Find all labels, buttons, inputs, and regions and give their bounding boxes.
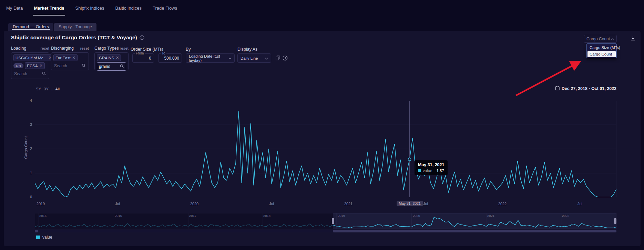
navigator-year: 2022 (562, 214, 569, 218)
navigator-year: 2016 (115, 214, 122, 218)
x-axis-label: Jul (423, 202, 428, 206)
filter-cargo-types: Cargo Types reset GRAINS✕ (94, 46, 129, 70)
nav-item-my-data[interactable]: My Data (6, 4, 23, 16)
remove-tag-icon[interactable]: ✕ (40, 63, 43, 68)
or-badge: OR (13, 63, 23, 68)
loading-tag-ecsa[interactable]: ECSA✕ (25, 62, 45, 69)
metric-dropdown-button[interactable]: Cargo Count (584, 35, 617, 43)
brush-handle-left[interactable] (332, 218, 334, 224)
top-navigation: My Data Market Trends Shipfix Indices Ba… (6, 4, 178, 16)
metric-dropdown-menu: Cargo Size (MTs) Cargo Count (586, 43, 617, 58)
main-line-chart[interactable] (35, 101, 616, 197)
to-label: To (161, 51, 166, 55)
crosshair-axis-chip: May 31, 2021 (397, 201, 423, 206)
nav-item-market-trends[interactable]: Market Trends (33, 4, 65, 16)
loading-reset-button[interactable]: reset (40, 46, 49, 50)
discharging-search-input[interactable] (54, 63, 76, 68)
chart-tooltip: May 31, 2021 value 1.57 (415, 160, 448, 175)
order-size-from-wrap: From (132, 53, 154, 63)
cargo-types-reset-button[interactable]: reset (120, 46, 129, 50)
loading-label: Loading (11, 46, 27, 51)
navigator-chart[interactable] (35, 213, 616, 229)
display-as-select[interactable]: Daily Line (237, 53, 271, 63)
menu-option-cargo-size[interactable]: Cargo Size (MTs) (587, 44, 616, 51)
order-size-label: Order Size (MTs) (131, 47, 163, 52)
y-tick: 3 (24, 122, 32, 127)
filter-loading: Loading reset USG/Gulf of Me...✕ OR ECSA… (11, 46, 49, 79)
range-buttons: 5Y 3Y | All (36, 87, 60, 91)
discharging-label: Discharging (51, 46, 74, 51)
range-3y-button[interactable]: 3Y (44, 87, 49, 91)
metric-dropdown-label: Cargo Count (586, 37, 610, 41)
x-axis-label: 2020 (190, 202, 198, 206)
navigator-year: 2015 (39, 214, 47, 218)
navigator-scrollbar-stub[interactable] (35, 230, 38, 232)
by-select[interactable]: Loading Date (1st layday) (186, 53, 235, 63)
range-all-button[interactable]: All (55, 87, 60, 91)
download-button[interactable] (630, 35, 636, 42)
cargo-types-search-input[interactable] (99, 64, 118, 69)
loading-tag-usg[interactable]: USG/Gulf of Me...✕ (13, 54, 54, 61)
filter-display-as: Display As (237, 46, 257, 52)
cargo-types-label: Cargo Types (94, 46, 119, 51)
chevron-down-icon (265, 56, 268, 60)
copy-icon[interactable] (275, 54, 281, 62)
navigator-year: 2017 (189, 214, 196, 218)
brush-handle-right[interactable] (614, 218, 616, 224)
range-5y-button[interactable]: 5Y (36, 87, 41, 91)
range-separator: | (51, 87, 52, 91)
tooltip-value: 1.57 (437, 169, 444, 173)
navigator-year: 2018 (263, 214, 270, 218)
nav-item-trade-flows[interactable]: Trade Flows (152, 4, 178, 16)
display-as-select-value: Daily Line (241, 56, 258, 60)
display-as-label: Display As (237, 47, 257, 52)
search-icon (120, 63, 124, 70)
legend-swatch (36, 236, 40, 239)
loading-tag-ecsa-label: ECSA (27, 64, 38, 68)
search-icon (42, 71, 46, 77)
discharging-tag-far-east[interactable]: Far East✕ (53, 54, 78, 61)
nav-item-baltic-indices[interactable]: Baltic Indices (114, 4, 142, 16)
tooltip-series-name: value (423, 169, 432, 173)
menu-option-cargo-count[interactable]: Cargo Count (587, 51, 616, 57)
x-axis-label: 2022 (498, 202, 507, 206)
navigator-year: 2019 (338, 214, 345, 218)
x-axis-label: Jul (577, 202, 582, 206)
date-range-display[interactable]: Dec 27, 2018 - Oct 01, 2022 (555, 86, 616, 91)
navigator-year: 2021 (487, 214, 494, 218)
remove-tag-icon[interactable]: ✕ (116, 56, 119, 60)
panel-title: Shipfix coverage of Cargo Orders (TCT & … (11, 34, 144, 41)
x-axis-label: 2021 (344, 202, 352, 206)
chevron-up-icon (611, 37, 614, 41)
filter-by: By (186, 46, 191, 52)
app-window: My Data Market Trends Shipfix Indices Ba… (0, 0, 644, 250)
from-label: From (135, 51, 145, 55)
legend-series-label: value (42, 235, 52, 240)
tab-supply-tonnage[interactable]: Supply - Tonnage (54, 23, 96, 31)
nav-item-shipfix-indices[interactable]: Shipfix Indices (75, 4, 105, 16)
main-panel: Shipfix coverage of Cargo Orders (TCT & … (4, 31, 641, 246)
search-icon (82, 63, 86, 69)
page-title: Shipfix coverage of Cargo Orders (TCT & … (11, 34, 137, 41)
order-size-to-wrap: To (158, 53, 182, 63)
by-label: By (186, 47, 191, 52)
x-axis-label: Jul (269, 202, 274, 206)
discharging-tag-label: Far East (55, 56, 70, 60)
loading-search-input[interactable] (14, 71, 37, 76)
calendar-icon (555, 86, 560, 91)
chart-legend: value (36, 235, 52, 240)
cargo-tag-grains[interactable]: GRAINS✕ (97, 54, 121, 61)
y-tick: 0 (24, 195, 32, 199)
remove-tag-icon[interactable]: ✕ (72, 56, 75, 60)
chevron-down-icon (228, 56, 232, 60)
open-in-new-icon[interactable] (282, 54, 288, 62)
info-icon[interactable] (140, 35, 144, 40)
cargo-tag-grains-label: GRAINS (99, 56, 114, 60)
navigator-scrollbar-thumb[interactable] (333, 230, 616, 232)
tab-demand-orders[interactable]: Demand — Orders (8, 23, 53, 31)
date-range-text: Dec 27, 2018 - Oct 01, 2022 (562, 86, 616, 91)
loading-tag-usg-label: USG/Gulf of Me... (16, 56, 47, 60)
series-swatch (418, 169, 421, 172)
discharging-reset-button[interactable]: reset (80, 46, 89, 50)
sub-tabs: Demand — Orders Supply - Tonnage (8, 23, 96, 31)
